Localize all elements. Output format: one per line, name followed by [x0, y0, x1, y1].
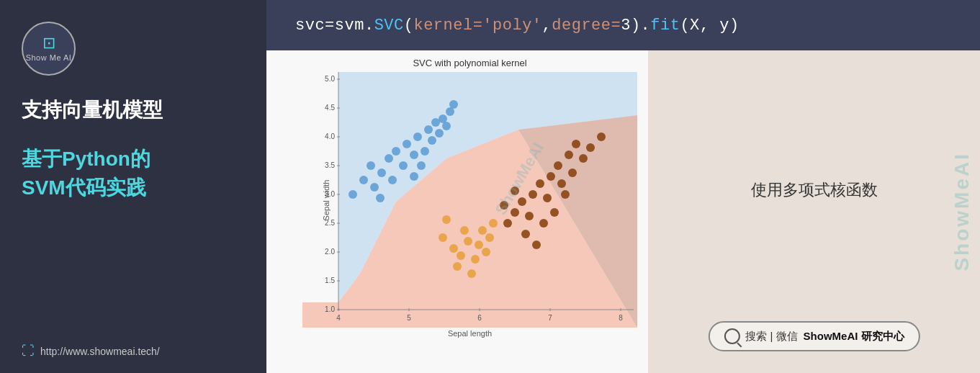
svg-point-72	[529, 190, 537, 199]
svg-point-58	[464, 237, 472, 246]
info-text: 使用多项式核函数	[751, 179, 878, 201]
code-equals: =	[325, 17, 335, 35]
svg-text:2.5: 2.5	[325, 219, 335, 227]
svg-text:1.0: 1.0	[325, 305, 335, 313]
x-axis-label: Sepal length	[302, 329, 637, 338]
svg-text:7: 7	[548, 314, 552, 322]
svg-point-47	[435, 129, 444, 138]
svg-text:8: 8	[619, 314, 623, 322]
svg-point-82	[586, 143, 595, 152]
svg-point-55	[449, 244, 458, 253]
svg-point-65	[485, 233, 494, 242]
website-url: http://www.showmeai.tech/	[40, 346, 160, 357]
svg-point-38	[399, 161, 408, 170]
search-badge: 搜索 | 微信 ShowMeAI 研究中心	[708, 321, 920, 351]
code-method: fit	[650, 17, 680, 35]
svg-point-66	[489, 219, 498, 228]
svg-text:4: 4	[336, 314, 341, 322]
code-param-kernel-val: 'poly'	[482, 17, 541, 35]
svg-point-37	[388, 176, 397, 184]
svg-text:5: 5	[407, 314, 411, 322]
code-fit-args: (X, y)	[680, 17, 739, 35]
svg-point-81	[579, 154, 588, 163]
svg-point-52	[410, 172, 418, 181]
svg-point-31	[359, 176, 368, 184]
svg-point-56	[457, 251, 465, 260]
svg-point-59	[471, 255, 480, 264]
svg-point-49	[442, 122, 451, 130]
svg-point-45	[428, 136, 436, 145]
code-param-degree-val: 3	[621, 17, 631, 35]
sidebar: ⊡ Show Me AI 支持向量机模型 基于Python的 SVM代码实践 ⛶…	[0, 0, 266, 373]
svg-point-90	[597, 132, 606, 141]
svg-text:1.5: 1.5	[325, 277, 335, 284]
chart-svg: 1.0 1.5 2.0 2.5 3.0 3.5 4.0	[302, 72, 637, 328]
svg-point-44	[424, 125, 433, 134]
svg-text:2.0: 2.0	[325, 248, 335, 256]
sub-title: 基于Python的 SVM代码实践	[22, 145, 150, 201]
svg-point-61	[478, 226, 487, 235]
code-module: svm.	[335, 17, 374, 35]
svg-text:4.0: 4.0	[325, 132, 335, 140]
code-close-paren: ).	[631, 17, 650, 35]
svg-text:3.5: 3.5	[325, 161, 335, 169]
svg-point-40	[410, 150, 418, 159]
info-panel: 使用多项式核函数 搜索 | 微信 ShowMeAI 研究中心 ShowMeAI	[648, 50, 980, 373]
code-param-degree-key: degree=	[552, 17, 621, 35]
logo-area: ⊡ Show Me AI	[22, 22, 76, 76]
svg-point-33	[370, 183, 379, 192]
svg-text:4.5: 4.5	[325, 104, 335, 112]
svg-point-63	[467, 269, 476, 278]
svg-text:3.0: 3.0	[325, 190, 335, 198]
svg-point-32	[367, 161, 375, 170]
logo-text: Show Me AI	[26, 53, 72, 62]
svg-text:6: 6	[477, 314, 482, 322]
svg-point-43	[421, 147, 429, 156]
code-param-kernel-key: kernel=	[413, 17, 482, 35]
code-open-paren: (	[404, 17, 414, 35]
code-var: svc	[295, 17, 325, 35]
search-icon	[724, 328, 740, 344]
svg-point-79	[568, 168, 577, 177]
svg-point-68	[503, 219, 512, 228]
website-link[interactable]: ⛶ http://www.showmeai.tech/	[22, 343, 160, 359]
svg-point-73	[536, 179, 544, 188]
svg-point-76	[554, 161, 562, 170]
svg-point-53	[376, 194, 385, 202]
code-class: SVC	[374, 17, 404, 35]
sub-title-line1: 基于Python的	[22, 145, 150, 173]
chart-section: SVC with polynomial kernel Sepal width	[266, 50, 980, 373]
svg-point-89	[561, 190, 570, 199]
watermark-text: ShowMeAI	[950, 152, 974, 271]
svg-point-30	[349, 190, 357, 199]
svg-point-67	[442, 215, 451, 224]
main-title: 支持向量机模型	[22, 97, 163, 123]
svg-point-71	[525, 212, 534, 220]
svg-point-62	[453, 262, 462, 271]
link-icon: ⛶	[22, 343, 35, 359]
svg-point-84	[532, 241, 541, 249]
svg-point-39	[403, 140, 411, 148]
svg-point-77	[557, 179, 566, 188]
search-brand: ShowMeAI 研究中心	[804, 330, 904, 343]
svg-point-60	[475, 241, 483, 249]
logo-circle: ⊡ Show Me AI	[22, 22, 76, 76]
svg-point-34	[377, 168, 386, 177]
svg-point-51	[449, 100, 458, 109]
svg-point-41	[413, 132, 422, 141]
chart-area: SVC with polynomial kernel Sepal width	[266, 50, 648, 373]
svg-point-54	[439, 233, 447, 242]
svg-point-75	[547, 172, 555, 181]
chart-title: SVC with polynomial kernel	[302, 58, 637, 68]
code-comma: ,	[542, 17, 552, 35]
svg-point-57	[460, 226, 469, 235]
svg-point-70	[518, 197, 526, 206]
svg-point-78	[565, 150, 573, 159]
svg-point-42	[417, 161, 426, 170]
svg-point-74	[543, 194, 552, 202]
svg-point-80	[572, 140, 580, 148]
svg-point-85	[539, 219, 548, 228]
svg-point-36	[392, 147, 400, 156]
scatter-plot: 1.0 1.5 2.0 2.5 3.0 3.5 4.0	[302, 72, 637, 328]
sub-title-line2: SVM代码实践	[22, 174, 150, 202]
